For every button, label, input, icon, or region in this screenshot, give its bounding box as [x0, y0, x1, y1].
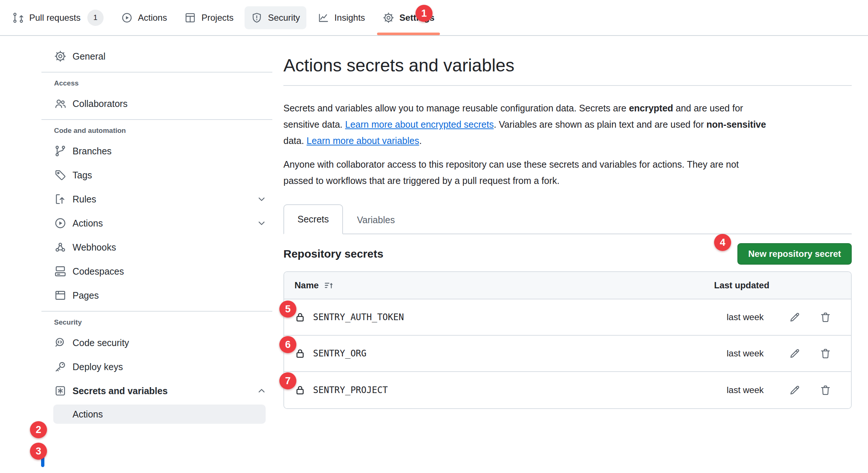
nav-tab-label: Actions	[138, 13, 167, 23]
secret-name: SENTRY_PROJECT	[313, 385, 388, 395]
sidebar-section-access: Access	[54, 79, 272, 87]
sidebar-section-code-and-automation: Code and automation	[54, 127, 272, 135]
intro-text: sensitive data.	[283, 119, 345, 130]
annotation-badge-2: 2	[30, 421, 47, 438]
sidebar-item-label: Codespaces	[73, 266, 124, 277]
gear-icon	[383, 12, 394, 24]
link-learn-more-encrypted-secrets[interactable]: Learn more about encrypted secrets	[345, 119, 494, 130]
trash-icon	[819, 311, 832, 323]
sidebar-item-label: Collaborators	[73, 98, 128, 109]
nav-tab-label: Projects	[201, 13, 233, 23]
code-scan-icon	[54, 336, 67, 349]
annotation-badge-5: 5	[279, 301, 296, 318]
nav-tab-projects[interactable]: Projects	[178, 6, 240, 29]
sidebar-item-label: Deploy keys	[73, 362, 123, 372]
nav-tab-actions[interactable]: Actions	[115, 6, 174, 29]
note-line: passed to workflows that are triggered b…	[283, 172, 852, 189]
edit-secret-button[interactable]	[788, 384, 801, 396]
secrets-table-header: Name Last updated	[284, 272, 851, 299]
codespaces-icon	[54, 265, 67, 278]
sidebar-item-pages[interactable]: Pages	[47, 285, 272, 306]
gear-icon	[54, 50, 67, 63]
pencil-icon	[788, 384, 801, 396]
intro-line: sensitive data. Learn more about encrypt…	[283, 116, 852, 132]
page-title: Actions secrets and variables	[283, 54, 852, 77]
sidebar-item-codespaces[interactable]: Codespaces	[47, 261, 272, 282]
nav-tab-label: Pull requests	[29, 13, 81, 23]
pull-requests-counter: 1	[87, 10, 104, 26]
nav-tab-security[interactable]: Security	[245, 6, 306, 29]
secret-name: SENTRY_AUTH_TOKEN	[313, 312, 404, 322]
sidebar-subitem-actions-current[interactable]: Actions	[53, 405, 266, 424]
play-circle-icon	[54, 217, 67, 229]
pencil-icon	[788, 347, 801, 360]
nav-tab-pull-requests[interactable]: Pull requests 1	[6, 4, 110, 31]
sidebar-item-general[interactable]: General	[47, 46, 272, 67]
chevron-down-icon	[256, 194, 267, 205]
link-learn-more-variables[interactable]: Learn more about variables	[307, 135, 419, 146]
sidebar-item-label: Actions	[73, 409, 103, 420]
webhook-icon	[54, 241, 67, 254]
nav-tab-insights[interactable]: Insights	[311, 6, 371, 29]
sidebar-section-security: Security	[54, 318, 272, 326]
sidebar-item-label: Pages	[73, 290, 99, 301]
new-repository-secret-button[interactable]: New repository secret	[737, 243, 852, 265]
edit-secret-button[interactable]	[788, 347, 801, 360]
project-table-icon	[184, 12, 196, 24]
trash-icon	[819, 347, 832, 360]
edit-secret-button[interactable]	[788, 311, 801, 323]
repository-secrets-header-row: Repository secrets New repository secret	[283, 243, 852, 265]
column-label: Name	[295, 280, 319, 291]
intro-text: . Variables are shown as plain text and …	[494, 119, 706, 130]
annotation-badge-7: 7	[279, 372, 296, 389]
secret-row[interactable]: SENTRY_PROJECT last week	[284, 372, 851, 408]
sidebar-item-webhooks[interactable]: Webhooks	[47, 237, 272, 258]
git-branch-icon	[54, 145, 67, 157]
divider	[41, 119, 272, 120]
sidebar-item-label: Code security	[73, 338, 129, 348]
sidebar-item-code-security[interactable]: Code security	[47, 332, 272, 353]
sidebar-item-label: Actions	[73, 218, 103, 229]
tab-variables[interactable]: Variables	[343, 205, 409, 234]
sidebar-item-rules[interactable]: Rules	[47, 189, 272, 209]
delete-secret-button[interactable]	[819, 311, 832, 323]
asterisk-box-icon	[54, 385, 67, 397]
delete-secret-button[interactable]	[819, 347, 832, 360]
intro-text: .	[419, 135, 422, 146]
sidebar-item-label: Webhooks	[73, 242, 116, 253]
secret-row[interactable]: SENTRY_ORG last week	[284, 336, 851, 372]
sidebar-item-label: Rules	[73, 194, 96, 205]
intro-text: and are used for	[673, 103, 743, 113]
key-icon	[54, 360, 67, 373]
sidebar-item-secrets-and-variables[interactable]: Secrets and variables	[47, 380, 272, 401]
secrets-variables-tabnav: Secrets Variables	[283, 204, 852, 234]
sidebar-item-collaborators[interactable]: Collaborators	[47, 93, 272, 114]
sidebar-item-label: General	[73, 51, 105, 62]
lock-icon	[295, 348, 306, 359]
sidebar-item-deploy-keys[interactable]: Deploy keys	[47, 356, 272, 377]
rules-icon	[54, 193, 67, 205]
annotation-badge-3: 3	[30, 443, 47, 460]
divider	[41, 72, 272, 73]
intro-paragraph: Secrets and variables allow you to manag…	[283, 100, 852, 149]
shield-exclamation-icon	[251, 12, 263, 24]
sidebar-item-branches[interactable]: Branches	[47, 141, 272, 161]
column-header-name[interactable]: Name	[295, 280, 714, 291]
chevron-up-icon	[256, 385, 267, 396]
delete-secret-button[interactable]	[819, 384, 832, 396]
sort-ascending-icon	[324, 280, 334, 291]
tab-secrets[interactable]: Secrets	[283, 204, 343, 234]
secrets-table: Name Last updated SENTRY_AUTH_TOKEN last…	[283, 271, 852, 409]
main-content: Actions secrets and variables Secrets an…	[283, 0, 852, 409]
sidebar-item-label: Secrets and variables	[73, 386, 168, 396]
secret-name-cell: SENTRY_AUTH_TOKEN	[295, 312, 721, 323]
divider	[41, 311, 272, 312]
git-pull-request-icon	[12, 12, 24, 24]
sidebar-item-actions[interactable]: Actions	[47, 213, 272, 234]
settings-sidebar: General Access Collaborators Code and au…	[41, 46, 272, 424]
graph-icon	[317, 12, 329, 24]
sidebar-item-tags[interactable]: Tags	[47, 165, 272, 185]
note-paragraph: Anyone with collaborator access to this …	[283, 156, 852, 189]
secret-row[interactable]: SENTRY_AUTH_TOKEN last week	[284, 299, 851, 336]
intro-bold-non-sensitive: non-sensitive	[706, 119, 766, 130]
